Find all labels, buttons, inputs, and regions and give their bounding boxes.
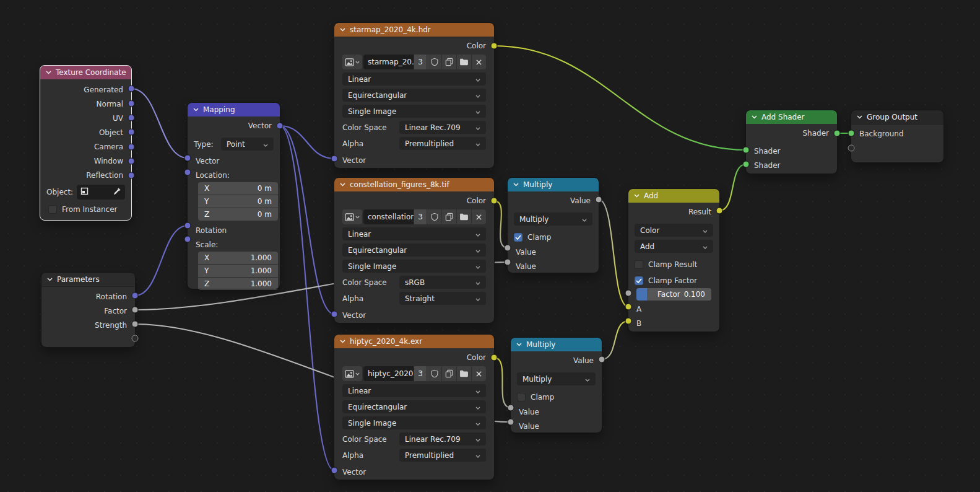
interpolation-dropdown[interactable]: Linear <box>342 227 486 240</box>
socket-mix-factor-input[interactable] <box>625 290 632 297</box>
node-header-add-shader[interactable]: Add Shader <box>746 110 837 124</box>
socket-starmap-vector-input[interactable] <box>331 156 338 162</box>
collapse-chevron-icon[interactable] <box>634 194 640 198</box>
socket-mix-b-input[interactable] <box>625 318 632 325</box>
wire-multiply-bottom-value-to-mix-b[interactable] <box>602 321 628 359</box>
scale-y-field[interactable]: Y1.000 <box>198 265 278 277</box>
socket-texcoord-window-output[interactable] <box>128 158 135 165</box>
node-header-multiply-top[interactable]: Multiply <box>508 178 599 191</box>
socket-multiply-bottom-value1-input[interactable] <box>508 405 514 411</box>
wire-mapping-vector-to-hiptyc-vector[interactable] <box>280 126 334 470</box>
image-users-count[interactable]: 3 <box>414 366 427 381</box>
node-header-mapping[interactable]: Mapping <box>188 103 280 116</box>
wire-constellation-color-to-multiply-top-value1[interactable] <box>494 201 508 248</box>
socket-texcoord-normal-output[interactable] <box>128 100 135 107</box>
mapping-type-dropdown[interactable]: Point <box>221 138 274 151</box>
fake-user-shield-button[interactable] <box>427 366 441 381</box>
wire-multiply-top-value-to-mix-a[interactable] <box>599 200 628 307</box>
image-users-count[interactable]: 3 <box>414 55 427 69</box>
node-header-mix-add[interactable]: Add <box>628 189 719 203</box>
node-header-texture-coordinate[interactable]: Texture Coordinate <box>40 66 131 79</box>
socket-addshader-shader1-input[interactable] <box>743 147 750 154</box>
object-picker-field[interactable] <box>77 185 125 200</box>
collapse-chevron-icon[interactable] <box>513 183 519 187</box>
socket-mapping-vector-output[interactable] <box>277 123 284 130</box>
open-image-folder-button[interactable] <box>457 55 471 69</box>
clamp-result-checkbox[interactable] <box>635 260 643 269</box>
wire-texcoord-generated-to-mapping-vector[interactable] <box>131 89 188 158</box>
duplicate-image-button[interactable] <box>442 366 456 381</box>
node-header-group-output[interactable]: Group Output <box>851 110 943 125</box>
source-dropdown[interactable]: Single Image <box>342 416 486 429</box>
socket-multiply-top-value-output[interactable] <box>596 196 602 203</box>
clamp-factor-checkbox[interactable] <box>635 276 643 285</box>
wire-starmap-color-to-addshader-shader1[interactable] <box>494 46 746 150</box>
color-space-dropdown[interactable]: Linear Rec.709 <box>399 121 486 134</box>
math-operation-dropdown[interactable]: Multiply <box>514 213 592 226</box>
scale-z-field[interactable]: Z1.000 <box>198 278 278 290</box>
blend-mode-dropdown[interactable]: Add <box>635 240 713 253</box>
socket-parameters-rotation-output[interactable] <box>132 292 139 299</box>
interpolation-dropdown[interactable]: Linear <box>342 384 486 397</box>
socket-texcoord-camera-output[interactable] <box>128 144 135 151</box>
node-header-constellation[interactable]: constellation_figures_8k.tif <box>334 178 494 191</box>
node-header-parameters[interactable]: Parameters <box>41 273 135 287</box>
image-browse-button[interactable] <box>342 55 362 69</box>
socket-addshader-shader2-input[interactable] <box>743 161 750 168</box>
collapse-chevron-icon[interactable] <box>340 183 345 187</box>
collapse-chevron-icon[interactable] <box>340 340 345 343</box>
math-operation-dropdown[interactable]: Multiply <box>517 372 596 385</box>
socket-mapping-vector-input[interactable] <box>184 155 191 162</box>
socket-texcoord-uv-output[interactable] <box>128 115 135 121</box>
socket-mapping-scale-input[interactable] <box>184 236 191 243</box>
socket-texcoord-reflection-output[interactable] <box>128 172 135 179</box>
location-z-field[interactable]: Z0 m <box>198 208 278 221</box>
interpolation-dropdown[interactable]: Linear <box>342 72 486 86</box>
scale-x-field[interactable]: X1.000 <box>198 252 278 264</box>
socket-texcoord-generated-output[interactable] <box>128 86 135 92</box>
node-header-starmap[interactable]: starmap_2020_4k.hdr <box>334 23 494 37</box>
open-image-folder-button[interactable] <box>457 366 471 381</box>
socket-parameters-factor-output[interactable] <box>132 307 139 314</box>
projection-dropdown[interactable]: Equirectangular <box>342 400 486 413</box>
wire-hiptyc-color-to-multiply-bottom-value1[interactable] <box>494 358 511 408</box>
collapse-chevron-icon[interactable] <box>47 278 53 281</box>
projection-dropdown[interactable]: Equirectangular <box>342 89 486 102</box>
wire-mix-result-to-addshader-shader2[interactable] <box>719 164 746 211</box>
color-space-dropdown[interactable]: sRGB <box>399 276 486 289</box>
duplicate-image-button[interactable] <box>442 55 456 69</box>
open-image-folder-button[interactable] <box>457 209 471 224</box>
socket-texcoord-object-output[interactable] <box>128 129 135 136</box>
location-x-field[interactable]: X0 m <box>198 182 278 195</box>
alpha-dropdown[interactable]: Premultiplied <box>399 449 486 462</box>
socket-mix-result-output[interactable] <box>716 208 723 214</box>
node-header-hiptyc[interactable]: hiptyc_2020_4k.exr <box>334 335 494 348</box>
collapse-chevron-icon[interactable] <box>340 28 345 32</box>
wire-mapping-vector-to-starmap-vector[interactable] <box>280 126 334 159</box>
collapse-chevron-icon[interactable] <box>193 108 199 112</box>
socket-mapping-location-input[interactable] <box>184 169 191 176</box>
socket-mapping-rotation-input[interactable] <box>184 222 191 229</box>
source-dropdown[interactable]: Single Image <box>342 105 486 118</box>
socket-constellation-color-output[interactable] <box>491 198 498 204</box>
socket-addshader-shader-output[interactable] <box>834 130 841 137</box>
socket-groupoutput-background-input[interactable] <box>848 130 855 137</box>
socket-parameters-strength-output[interactable] <box>132 321 139 328</box>
collapse-chevron-icon[interactable] <box>516 343 522 346</box>
alpha-dropdown[interactable]: Straight <box>399 292 486 305</box>
duplicate-image-button[interactable] <box>442 209 456 224</box>
wire-parameters-rotation-to-mapping-rotation[interactable] <box>135 226 188 296</box>
socket-hiptyc-color-output[interactable] <box>491 354 498 361</box>
socket-multiply-bottom-value2-input[interactable] <box>508 419 514 426</box>
image-browse-button[interactable] <box>342 209 362 224</box>
socket-parameters-virtual-socket[interactable] <box>132 335 139 342</box>
clamp-checkbox[interactable] <box>514 233 523 242</box>
image-browse-button[interactable] <box>342 366 362 381</box>
node-header-multiply-bottom[interactable]: Multiply <box>511 338 602 351</box>
socket-hiptyc-vector-input[interactable] <box>331 467 338 474</box>
socket-mix-a-input[interactable] <box>625 304 632 310</box>
socket-multiply-top-value2-input[interactable] <box>505 259 511 266</box>
socket-multiply-top-value1-input[interactable] <box>505 245 511 252</box>
projection-dropdown[interactable]: Equirectangular <box>342 244 486 257</box>
collapse-chevron-icon[interactable] <box>857 115 862 119</box>
